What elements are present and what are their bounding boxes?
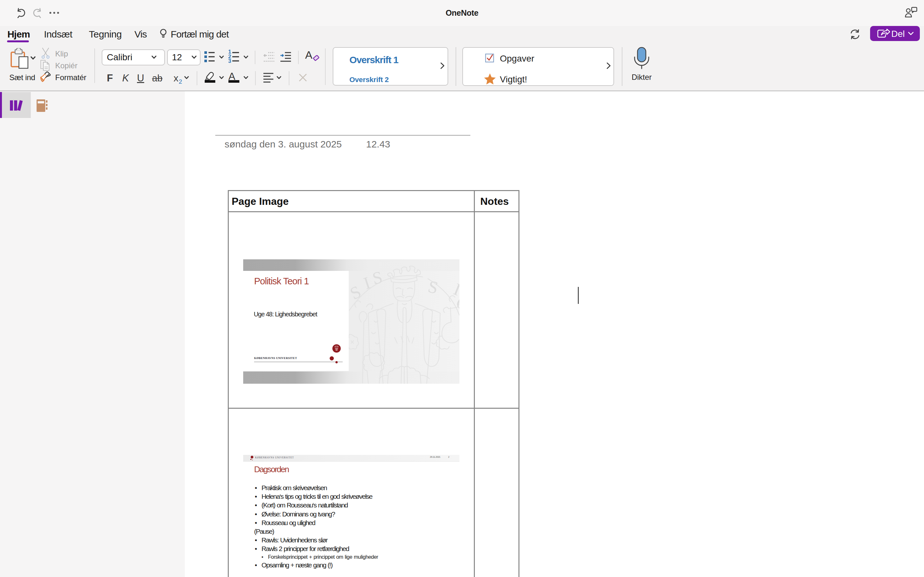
- svg-text:I: I: [361, 273, 373, 293]
- svg-text:S: S: [426, 277, 440, 298]
- svg-text:I: I: [451, 279, 459, 299]
- svg-text:S: S: [371, 268, 384, 288]
- svg-text:S: S: [347, 282, 364, 303]
